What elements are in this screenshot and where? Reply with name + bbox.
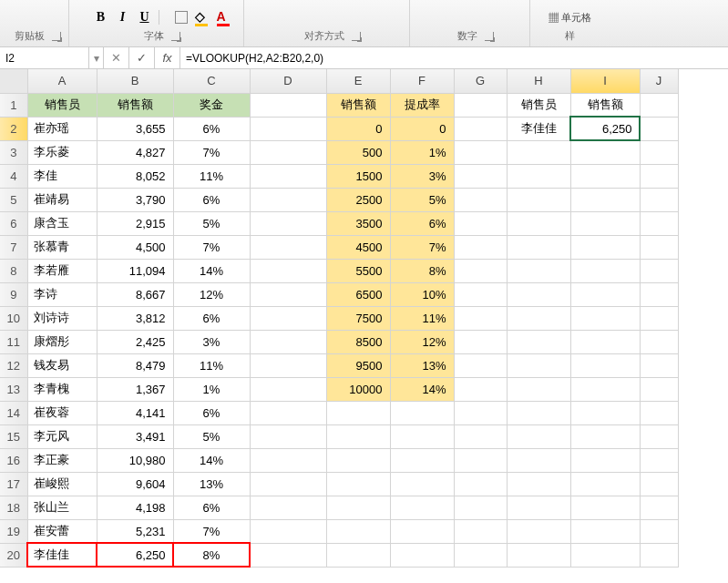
cell-J20[interactable]: [640, 543, 678, 567]
cell-B16[interactable]: 10,980: [97, 448, 173, 472]
col-header-J[interactable]: J: [640, 69, 678, 93]
row-header-10[interactable]: 10: [0, 306, 27, 330]
cell-H16[interactable]: [507, 448, 570, 472]
cell-G19[interactable]: [454, 519, 507, 543]
cell-J19[interactable]: [640, 519, 678, 543]
cell-I7[interactable]: [570, 235, 640, 259]
cell-J8[interactable]: [640, 259, 678, 282]
cell-D4[interactable]: [250, 164, 326, 188]
cell-H9[interactable]: [507, 282, 570, 306]
cell-D9[interactable]: [250, 282, 326, 306]
cell-F6[interactable]: 6%: [390, 211, 454, 235]
cell-F19[interactable]: [390, 519, 454, 543]
cell-styles-icon[interactable]: ▦ 单元格: [549, 11, 591, 25]
cell-A10[interactable]: 刘诗诗: [27, 306, 97, 330]
cell-I1[interactable]: 销售额: [570, 93, 640, 117]
cell-F18[interactable]: [390, 496, 454, 519]
border-icon[interactable]: [175, 11, 188, 24]
cell-G12[interactable]: [454, 353, 507, 377]
cell-H1[interactable]: 销售员: [507, 93, 570, 117]
cell-C1[interactable]: 奖金: [173, 93, 250, 117]
cell-A20[interactable]: 李佳佳: [27, 543, 97, 567]
cell-C12[interactable]: 11%: [173, 353, 250, 377]
cell-E12[interactable]: 9500: [326, 353, 390, 377]
cell-C19[interactable]: 7%: [173, 519, 250, 543]
cell-J13[interactable]: [640, 377, 678, 401]
cell-B15[interactable]: 3,491: [97, 424, 173, 448]
cell-B12[interactable]: 8,479: [97, 353, 173, 377]
cell-C15[interactable]: 5%: [173, 424, 250, 448]
cell-I16[interactable]: [570, 448, 640, 472]
cell-H15[interactable]: [507, 424, 570, 448]
cell-A6[interactable]: 康含玉: [27, 211, 97, 235]
row-header-9[interactable]: 9: [0, 282, 27, 306]
cell-B14[interactable]: 4,141: [97, 401, 173, 424]
cell-G10[interactable]: [454, 306, 507, 330]
cell-F16[interactable]: [390, 448, 454, 472]
cell-E19[interactable]: [326, 519, 390, 543]
cell-E20[interactable]: [326, 543, 390, 567]
cancel-icon[interactable]: ✕: [104, 47, 129, 68]
cell-I19[interactable]: [570, 519, 640, 543]
row-header-13[interactable]: 13: [0, 377, 27, 401]
cell-F17[interactable]: [390, 472, 454, 496]
cell-G3[interactable]: [454, 140, 507, 164]
cell-A18[interactable]: 张山兰: [27, 496, 97, 519]
fx-icon[interactable]: fx: [155, 47, 180, 68]
cell-D11[interactable]: [250, 330, 326, 353]
col-header-A[interactable]: A: [27, 69, 97, 93]
cell-I4[interactable]: [570, 164, 640, 188]
cell-H2[interactable]: 李佳佳: [507, 117, 570, 140]
cell-I14[interactable]: [570, 401, 640, 424]
cell-G7[interactable]: [454, 235, 507, 259]
col-header-C[interactable]: C: [173, 69, 250, 93]
cell-E6[interactable]: 3500: [326, 211, 390, 235]
cell-E7[interactable]: 4500: [326, 235, 390, 259]
row-header-5[interactable]: 5: [0, 188, 27, 211]
cell-B19[interactable]: 5,231: [97, 519, 173, 543]
row-header-7[interactable]: 7: [0, 235, 27, 259]
cell-F3[interactable]: 1%: [390, 140, 454, 164]
cell-C9[interactable]: 12%: [173, 282, 250, 306]
cell-B17[interactable]: 9,604: [97, 472, 173, 496]
cell-F10[interactable]: 11%: [390, 306, 454, 330]
cell-G16[interactable]: [454, 448, 507, 472]
cell-F20[interactable]: [390, 543, 454, 567]
cell-F14[interactable]: [390, 401, 454, 424]
cell-A15[interactable]: 李元风: [27, 424, 97, 448]
row-header-4[interactable]: 4: [0, 164, 27, 188]
cell-J3[interactable]: [640, 140, 678, 164]
row-header-17[interactable]: 17: [0, 472, 27, 496]
cell-C14[interactable]: 6%: [173, 401, 250, 424]
cell-I17[interactable]: [570, 472, 640, 496]
col-header-H[interactable]: H: [507, 69, 570, 93]
cell-J12[interactable]: [640, 353, 678, 377]
cell-E17[interactable]: [326, 472, 390, 496]
cell-A1[interactable]: 销售员: [27, 93, 97, 117]
cell-A19[interactable]: 崔安蕾: [27, 519, 97, 543]
cell-C18[interactable]: 6%: [173, 496, 250, 519]
cell-B1[interactable]: 销售额: [97, 93, 173, 117]
row-header-19[interactable]: 19: [0, 519, 27, 543]
cell-H12[interactable]: [507, 353, 570, 377]
cell-D12[interactable]: [250, 353, 326, 377]
cell-C16[interactable]: 14%: [173, 448, 250, 472]
cell-B11[interactable]: 2,425: [97, 330, 173, 353]
cell-H6[interactable]: [507, 211, 570, 235]
row-header-6[interactable]: 6: [0, 211, 27, 235]
cell-J4[interactable]: [640, 164, 678, 188]
cell-D15[interactable]: [250, 424, 326, 448]
col-header-F[interactable]: F: [390, 69, 454, 93]
cell-J16[interactable]: [640, 448, 678, 472]
cell-H13[interactable]: [507, 377, 570, 401]
cell-D1[interactable]: [250, 93, 326, 117]
cell-E2[interactable]: 0: [326, 117, 390, 140]
cell-B13[interactable]: 1,367: [97, 377, 173, 401]
cell-G17[interactable]: [454, 472, 507, 496]
cell-I11[interactable]: [570, 330, 640, 353]
cell-D5[interactable]: [250, 188, 326, 211]
cell-J2[interactable]: [640, 117, 678, 140]
cell-D18[interactable]: [250, 496, 326, 519]
font-color-icon[interactable]: A: [215, 9, 231, 26]
cell-B10[interactable]: 3,812: [97, 306, 173, 330]
